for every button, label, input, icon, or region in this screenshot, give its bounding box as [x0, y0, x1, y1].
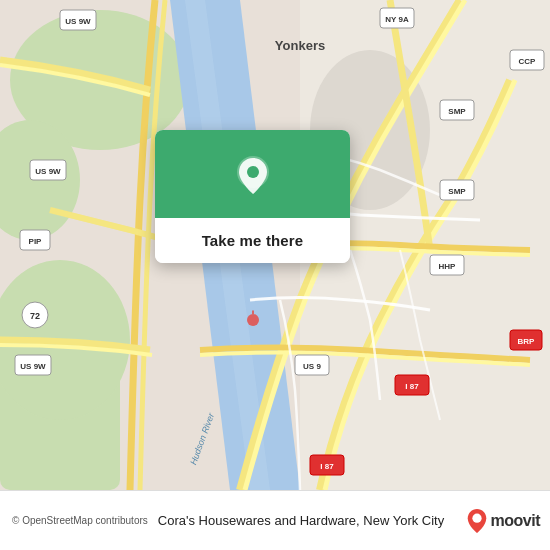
svg-text:I 87: I 87	[320, 462, 334, 471]
svg-point-43	[247, 314, 259, 326]
svg-text:US 9W: US 9W	[35, 167, 61, 176]
svg-text:BRP: BRP	[518, 337, 536, 346]
place-name: Cora's Housewares and Hardware, New York…	[158, 513, 444, 528]
moovit-logo: moovit	[466, 508, 540, 534]
svg-point-45	[247, 166, 259, 178]
moovit-pin-icon	[466, 508, 488, 534]
svg-text:US 9: US 9	[303, 362, 321, 371]
map-attribution: © OpenStreetMap contributors	[6, 515, 154, 526]
svg-text:SMP: SMP	[448, 187, 466, 196]
svg-text:CCP: CCP	[519, 57, 537, 66]
svg-text:PIP: PIP	[29, 237, 43, 246]
svg-text:72: 72	[30, 311, 40, 321]
location-pin-icon	[229, 152, 277, 200]
svg-text:HHP: HHP	[439, 262, 457, 271]
svg-text:SMP: SMP	[448, 107, 466, 116]
svg-text:NY 9A: NY 9A	[385, 15, 409, 24]
place-info: Cora's Housewares and Hardware, New York…	[154, 513, 466, 528]
svg-text:US 9W: US 9W	[65, 17, 91, 26]
moovit-brand-text: moovit	[491, 512, 540, 530]
svg-text:I 87: I 87	[405, 382, 419, 391]
take-me-there-button[interactable]: Take me there	[155, 218, 350, 263]
svg-text:Yonkers: Yonkers	[275, 38, 325, 53]
map-container: US 9W US 9W US 9W NY 9A SMP SMP CCP HHP …	[0, 0, 550, 490]
svg-point-46	[472, 513, 481, 522]
bottom-bar: © OpenStreetMap contributors Cora's Hous…	[0, 490, 550, 550]
svg-text:US 9W: US 9W	[20, 362, 46, 371]
popup-header	[155, 130, 350, 218]
popup-card: Take me there	[155, 130, 350, 263]
